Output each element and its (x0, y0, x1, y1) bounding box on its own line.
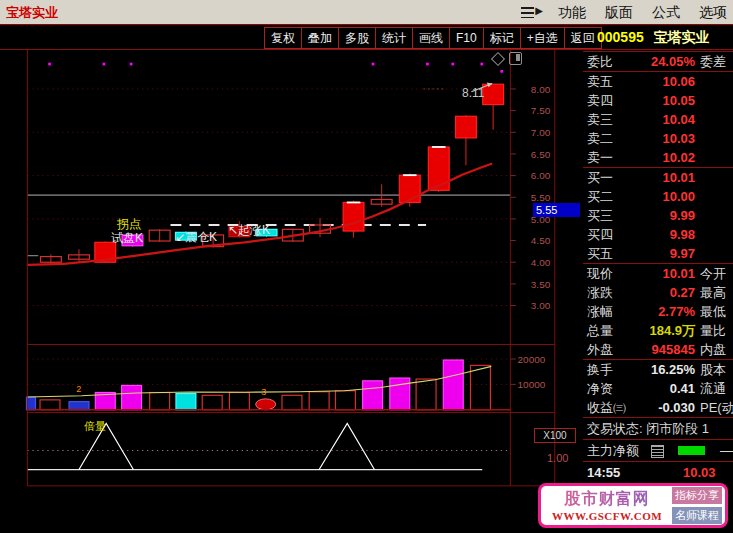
row-trade-status: 交易状态: 闭市阶段 1 (583, 418, 733, 439)
row-change: 涨跌0.27最高 (583, 283, 733, 302)
row-mainforce: 主力净额— (583, 440, 733, 461)
svg-text:4.50: 4.50 (531, 235, 551, 246)
watermark-badge-2: 名师课程 (672, 507, 722, 524)
row-buy1: 买一10.01 (583, 168, 733, 187)
window-stock-title: 宝塔实业 (6, 4, 58, 22)
row-sell1: 卖一10.02 (583, 148, 733, 167)
svg-text:3.50: 3.50 (531, 279, 551, 290)
list-icon[interactable] (651, 445, 664, 458)
annotation-beiliang: 倍量 (84, 419, 106, 434)
svg-text:10000: 10000 (518, 379, 546, 390)
watermark: 股市财富网 WWW.GSCFW.COM 指标分享 名师课程 (538, 483, 728, 528)
row-outer: 外盘945845内盘 (583, 340, 733, 359)
volume-multiplier-label: X100 (534, 428, 576, 443)
hamburger-lines-icon (521, 7, 534, 18)
quote-panel: 委比24.05%委差卖五10.06卖四10.05卖三10.04卖二10.03卖一… (583, 51, 733, 533)
kline-chart[interactable]: 8.007.507.006.506.005.505.004.504.003.50… (0, 50, 583, 533)
price-callout: 8.11 (462, 86, 484, 100)
toolbar-button-1[interactable]: 叠加 (302, 28, 339, 48)
panel-layout-icon[interactable] (509, 52, 522, 65)
row-weibi: 委比24.05%委差 (583, 52, 733, 71)
mainforce-net-bar (678, 446, 705, 455)
stock-code: 000595 (597, 29, 644, 45)
row-volume: 总量184.9万量比 (583, 321, 733, 340)
stock-name: 宝塔实业 (654, 29, 710, 45)
row-buy4: 买四9.98 (583, 225, 733, 244)
toolbar-button-0[interactable]: 复权 (265, 28, 302, 48)
row-sell2: 卖二10.03 (583, 129, 733, 148)
signal-axis-label: 1.00 (547, 452, 568, 464)
svg-text:2: 2 (76, 384, 81, 394)
watermark-badges: 指标分享 名师课程 (672, 487, 722, 524)
toolbar: 复权叠加多股统计画线F10标记+自选返回 000595 宝塔实业 (0, 25, 733, 50)
row-sell3: 卖三10.04 (583, 110, 733, 129)
svg-text:6.00: 6.00 (531, 170, 551, 181)
menu-item-0[interactable]: 功能 (558, 4, 586, 22)
menu-item-2[interactable]: 公式 (652, 4, 680, 22)
toolbar-button-7[interactable]: +自选 (521, 28, 565, 48)
toolbar-button-4[interactable]: 画线 (413, 28, 450, 48)
menu-item-3[interactable]: 选项 (699, 4, 727, 22)
watermark-url: WWW.GSCFW.COM (544, 510, 670, 522)
svg-text:20000: 20000 (518, 354, 546, 365)
chart-corner-controls (493, 52, 522, 65)
stock-title: 000595 宝塔实业 (597, 29, 710, 47)
svg-text:8.00: 8.00 (531, 84, 551, 95)
row-ticker: 14:5510.03 (583, 462, 733, 483)
row-buy5: 买五9.97 (583, 244, 733, 263)
menu-bar: 宝塔实业 ▶ 功能版面公式选项 (0, 0, 733, 25)
toolbar-button-5[interactable]: F10 (450, 28, 484, 48)
hamburger-arrow-icon: ▶ (535, 5, 543, 16)
toolbar-buttons: 复权叠加多股统计画线F10标记+自选返回 (264, 27, 602, 49)
svg-text:7.00: 7.00 (531, 127, 551, 138)
row-buy2: 买二10.00 (583, 187, 733, 206)
svg-text:6.50: 6.50 (531, 149, 551, 160)
price-tag-555: 5.55 (533, 203, 580, 217)
app-window: 宝塔实业 ▶ 功能版面公式选项 复权叠加多股统计画线F10标记+自选返回 000… (0, 0, 733, 533)
row-sell5: 卖五10.06 (583, 72, 733, 91)
toolbar-button-8[interactable]: 返回 (565, 28, 601, 48)
toolbar-button-3[interactable]: 统计 (376, 28, 413, 48)
watermark-text: 股市财富网 WWW.GSCFW.COM (544, 489, 670, 522)
row-turnover: 换手16.25%股本 (583, 360, 733, 379)
svg-text:5.50: 5.50 (531, 192, 551, 203)
row-price: 现价10.01今开 (583, 264, 733, 283)
annotation-qizhang-k: ↖起涨K (228, 222, 270, 239)
diamond-icon[interactable] (491, 51, 505, 65)
row-networth: 净资0.41流通 (583, 379, 733, 398)
annotation-shipan-k: 试盘K (111, 230, 143, 247)
watermark-title: 股市财富网 (544, 489, 670, 510)
watermark-badge-1: 指标分享 (672, 487, 722, 504)
row-buy3: 买三9.99 (583, 206, 733, 225)
toolbar-button-2[interactable]: 多股 (339, 28, 376, 48)
svg-text:7.50: 7.50 (531, 105, 551, 116)
annotation-zhencang-k: ↙震仓K (175, 229, 217, 246)
row-pct: 涨幅2.77%最低 (583, 302, 733, 321)
toolbar-button-6[interactable]: 标记 (484, 28, 521, 48)
svg-text:3.00: 3.00 (531, 300, 551, 311)
main-menu: 功能版面公式选项 (558, 4, 727, 22)
row-eps: 收益㈢-0.030PE(动 (583, 398, 733, 417)
svg-text:4.00: 4.00 (531, 257, 551, 268)
menu-item-1[interactable]: 版面 (605, 4, 633, 22)
hamburger-menu-icon[interactable]: ▶ (521, 6, 543, 19)
row-sell4: 卖四10.05 (583, 91, 733, 110)
